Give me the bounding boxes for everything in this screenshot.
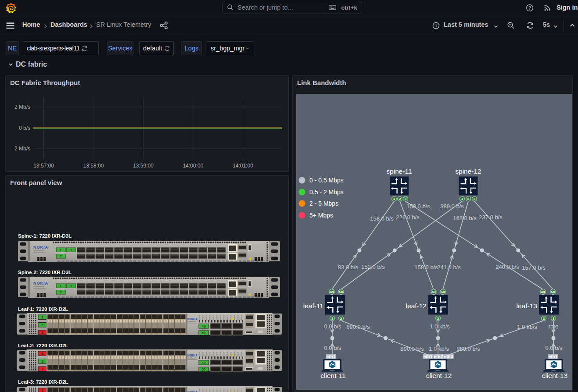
svg-text:158.0 b/s: 158.0 b/s	[370, 215, 394, 222]
svg-text:49: 49	[431, 290, 436, 294]
svg-text:158.0 b/s: 158.0 b/s	[406, 203, 430, 210]
svg-text:2: 2	[340, 317, 342, 321]
svg-text:13:58:00: 13:58:00	[83, 163, 104, 169]
svg-text:14:00:00: 14:00:00	[183, 163, 204, 169]
svg-text:13:59:00: 13:59:00	[133, 163, 154, 169]
svg-text:client-13: client-13	[542, 372, 568, 379]
svg-text:5+ Mbps: 5+ Mbps	[309, 212, 333, 219]
svg-text:14:01:00: 14:01:00	[233, 163, 253, 169]
svg-text:168.0 b/s: 168.0 b/s	[453, 215, 477, 221]
svg-text:2: 2	[60, 254, 62, 258]
svg-text:50: 50	[339, 290, 343, 294]
svg-text:2: 2	[467, 197, 470, 201]
svg-text:spine-11: spine-11	[386, 167, 412, 175]
svg-text:leaf-11: leaf-11	[303, 302, 323, 310]
svg-text:2: 2	[543, 317, 545, 321]
svg-text:241.0 b/s: 241.0 b/s	[437, 264, 461, 271]
svg-text:50: 50	[551, 290, 555, 294]
svg-text:leaf-12: leaf-12	[406, 302, 427, 310]
svg-text:client-12: client-12	[426, 372, 452, 379]
svg-text:0 - 0.5 Mbps: 0 - 0.5 Mbps	[309, 177, 344, 184]
svg-text:3: 3	[474, 197, 476, 201]
svg-text:1: 1	[393, 197, 395, 201]
svg-text:3: 3	[553, 317, 555, 321]
svg-text:rate: rate	[549, 323, 558, 330]
svg-text:-2 Mb/s: -2 Mb/s	[13, 146, 30, 152]
svg-text:Leaf-2: 7220 IXR-D2L: Leaf-2: 7220 IXR-D2L	[18, 343, 68, 348]
svg-text:1: 1	[41, 388, 43, 392]
svg-text:0 b/s: 0 b/s	[19, 125, 30, 131]
svg-text:226.0 b/s: 226.0 b/s	[396, 214, 420, 221]
svg-text:890.0 b/s: 890.0 b/s	[346, 324, 370, 330]
svg-text:83.0 b/s: 83.0 b/s	[338, 264, 359, 271]
svg-text:152.0 b/s: 152.0 b/s	[361, 264, 385, 270]
svg-text:1: 1	[41, 315, 43, 319]
svg-text:2: 2	[60, 290, 62, 294]
svg-text:NOKIA: NOKIA	[33, 281, 48, 285]
svg-text:2: 2	[41, 323, 43, 327]
svg-text:237.0 b/s: 237.0 b/s	[479, 214, 503, 221]
svg-text:49: 49	[202, 324, 206, 328]
svg-text:0.0 b/s: 0.0 b/s	[324, 345, 341, 351]
svg-text:1.0 kb/s: 1.0 kb/s	[430, 323, 450, 330]
svg-text:389.0 b/s: 389.0 b/s	[440, 203, 464, 210]
svg-text:890.0 b/s: 890.0 b/s	[400, 346, 424, 352]
svg-text:3: 3	[70, 248, 72, 252]
svg-text:0.0 b/s: 0.0 b/s	[545, 345, 563, 351]
svg-text:1.0 kb/s: 1.0 kb/s	[517, 324, 537, 330]
svg-text:1.0 kb/s: 1.0 kb/s	[429, 346, 449, 352]
svg-text:1: 1	[461, 197, 463, 201]
svg-text:49: 49	[541, 290, 545, 294]
svg-text:NOKIA: NOKIA	[187, 354, 197, 357]
svg-text:client-11: client-11	[320, 372, 345, 379]
svg-text:spine-12: spine-12	[455, 167, 481, 175]
svg-text:2: 2	[41, 360, 43, 363]
svg-text:1: 1	[60, 248, 62, 252]
svg-text:Leaf-1: 7220 IXR-D2L: Leaf-1: 7220 IXR-D2L	[18, 306, 68, 312]
svg-text:13:57:00: 13:57:00	[33, 163, 54, 169]
svg-text:NOKIA: NOKIA	[33, 245, 48, 249]
svg-text:1: 1	[60, 284, 62, 288]
svg-text:240.0 b/s: 240.0 b/s	[495, 264, 519, 270]
svg-text:3: 3	[70, 284, 72, 288]
svg-text:0.5 - 2 Mbps: 0.5 - 2 Mbps	[309, 189, 344, 196]
svg-text:?: ?	[528, 6, 531, 11]
svg-text:50: 50	[441, 290, 445, 294]
svg-text:eth2: eth2	[434, 354, 443, 359]
svg-text:leaf-13: leaf-13	[517, 302, 537, 310]
svg-text:989.0 b/s: 989.0 b/s	[456, 346, 480, 352]
svg-text:50: 50	[202, 331, 206, 335]
svg-text:158.0 b/s: 158.0 b/s	[414, 264, 438, 271]
svg-text:NOKIA: NOKIA	[187, 317, 197, 321]
svg-text:49: 49	[330, 290, 334, 294]
svg-text:1: 1	[41, 352, 43, 356]
svg-text:2: 2	[437, 317, 439, 321]
svg-text:3: 3	[405, 197, 407, 201]
svg-text:49: 49	[202, 361, 206, 365]
svg-text:2 - 5 Mbps: 2 - 5 Mbps	[309, 200, 338, 207]
svg-text:eth1: eth1	[549, 354, 558, 359]
svg-text:1: 1	[331, 317, 334, 321]
svg-text:2 Mb/s: 2 Mb/s	[14, 104, 30, 110]
svg-text:157.0 b/s: 157.0 b/s	[522, 264, 546, 271]
svg-text:Spine-1: 7220 IXR-D3L: Spine-1: 7220 IXR-D3L	[18, 233, 72, 239]
svg-text:eth1: eth1	[424, 354, 433, 359]
svg-text:3: 3	[41, 367, 43, 371]
svg-text:3: 3	[41, 331, 43, 335]
svg-text:eth1: eth1	[327, 354, 336, 359]
svg-text:Leaf-3: 7220 IXR-D2L: Leaf-3: 7220 IXR-D2L	[18, 379, 68, 385]
svg-text:Spine-2: 7220 IXR-D3L: Spine-2: 7220 IXR-D3L	[18, 270, 72, 275]
svg-text:2: 2	[399, 197, 401, 201]
svg-text:eth3: eth3	[444, 354, 453, 359]
svg-text:50: 50	[202, 367, 206, 371]
svg-text:0.0 b/s: 0.0 b/s	[324, 323, 341, 330]
